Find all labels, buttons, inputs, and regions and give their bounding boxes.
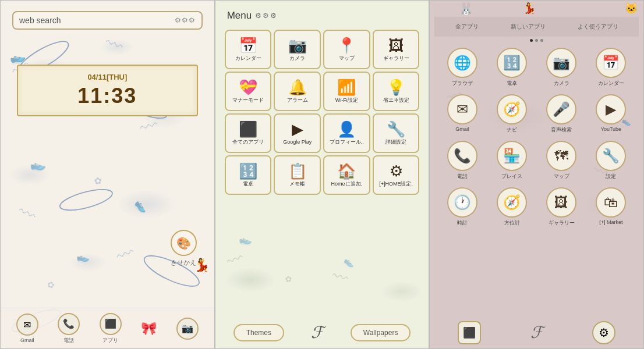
s3-compass[interactable]: 🧭 方位計 xyxy=(489,187,535,227)
s3-voice-icon: 🎤 xyxy=(546,94,576,124)
app-home-settings[interactable]: ⚙ [+]HOME設定. xyxy=(373,155,420,195)
dot-3 xyxy=(540,39,543,42)
app-grid-row1: 🌐 ブラウザ 🔢 電卓 📷 カメラ 📅 カレンダー xyxy=(434,44,639,91)
clock-time: 11:33 xyxy=(29,84,186,108)
applist-screen: 〰 〰 ✿ 👟 🐰 💃 🐱 全アプリ 新しいアプリ よく使うアプリ 🌐 ブラウザ xyxy=(429,0,644,349)
s3-voice[interactable]: 🎤 音声検索 xyxy=(539,94,585,134)
tab-all-apps[interactable]: 全アプリ xyxy=(451,20,483,33)
calendar-label: カレンダー xyxy=(235,55,261,62)
s3-compass-label: 方位計 xyxy=(504,219,520,227)
calendar-icon: 📅 xyxy=(239,38,257,53)
profile-icon: 👤 xyxy=(337,122,356,137)
search-text: web search xyxy=(19,16,61,25)
app-calendar[interactable]: 📅 カレンダー xyxy=(225,30,272,69)
menu-screen: 〰 〰 👟 👟 ✿ Menu ⚙⚙⚙ 📅 カレンダー 📷 カメラ 📍 マップ xyxy=(215,0,430,349)
app-all-apps[interactable]: ⬛ 全てのアプリ xyxy=(225,113,272,153)
s3-camera-label: カメラ xyxy=(554,80,569,87)
s3-calendar[interactable]: 📅 カレンダー xyxy=(588,48,634,87)
s3-navi-label: ナビ xyxy=(507,126,517,134)
page-dots xyxy=(434,37,639,44)
app-tabs: 全アプリ 新しいアプリ よく使うアプリ xyxy=(434,17,639,37)
app-wifi[interactable]: 📶 Wi-Fi設定 xyxy=(323,72,370,111)
all-apps-label: 全てのアプリ xyxy=(232,139,264,145)
app-calc[interactable]: 🔢 電卓 xyxy=(225,155,272,195)
app-power[interactable]: 💡 省エネ設定 xyxy=(373,72,420,111)
search-gear-icons: ⚙⚙⚙ xyxy=(175,16,196,24)
s3-clock[interactable]: 🕐 時計 xyxy=(439,187,485,227)
memo-label: メモ帳 xyxy=(289,181,305,187)
memo-icon: 📋 xyxy=(288,163,307,179)
s3-youtube-icon: ▶ xyxy=(596,94,626,124)
dot-1 xyxy=(530,39,533,42)
all-apps-icon: ⬛ xyxy=(239,122,257,137)
wallpapers-button[interactable]: Wallpapers xyxy=(351,324,411,341)
app-grid-row3: 📞 電話 🏪 プレイス 🗺 マップ 🔧 設定 xyxy=(434,137,639,184)
s3-gallery[interactable]: 🖼 ギャラリー xyxy=(539,187,585,227)
home-add-icon: 🏠 xyxy=(337,163,356,179)
app-grid-row4: 🕐 時計 🧭 方位計 🖼 ギャラリー 🛍 [+] Market xyxy=(434,184,639,230)
alarm-icon: 🔔 xyxy=(288,80,307,95)
alarm-label: アラーム xyxy=(287,97,308,104)
browser-icon: 🌐 xyxy=(447,48,477,78)
app-alarm[interactable]: 🔔 アラーム xyxy=(274,72,321,111)
app-manner[interactable]: 💝 マナーモード xyxy=(225,72,272,111)
dot-2 xyxy=(535,39,538,42)
search-bar[interactable]: web search ⚙⚙⚙ xyxy=(12,11,203,30)
s3-phone-icon: 📞 xyxy=(447,141,477,171)
s3-market-label: [+] Market xyxy=(599,219,622,225)
s3-gmail-label: Gmail xyxy=(455,126,469,132)
app-play[interactable]: ▶ Google Play xyxy=(274,113,321,153)
s3-compass-icon: 🧭 xyxy=(497,187,527,218)
s3-gallery-icon: 🖼 xyxy=(546,187,576,218)
s3-market[interactable]: 🛍 [+] Market xyxy=(588,187,634,227)
s3-map[interactable]: 🗺 マップ xyxy=(539,141,585,180)
s3-youtube[interactable]: ▶ YouTube xyxy=(588,94,634,134)
s3-navi[interactable]: 🧭 ナビ xyxy=(489,94,535,134)
kisekae-icon: 🎨 xyxy=(171,230,197,256)
app-settings[interactable]: 🔧 詳細設定 xyxy=(373,113,420,153)
s3-camera[interactable]: 📷 カメラ xyxy=(539,48,585,87)
themes-button[interactable]: Themes xyxy=(233,324,284,341)
manner-label: マナーモード xyxy=(232,97,264,104)
tab-frequent-apps[interactable]: よく使うアプリ xyxy=(573,20,623,33)
s3-clock-label: 時計 xyxy=(457,219,468,227)
kisekae-button[interactable]: 🎨 きせかえ xyxy=(171,230,197,267)
settings-icon: 🔧 xyxy=(387,122,405,137)
settings-label: 詳細設定 xyxy=(385,139,406,145)
app-camera[interactable]: 📷 カメラ xyxy=(274,30,321,69)
home-settings-icon: ⚙ xyxy=(390,163,403,179)
s3-calendar-label: カレンダー xyxy=(598,80,624,87)
app-memo[interactable]: 📋 メモ帳 xyxy=(274,155,321,195)
app-grid: 📅 カレンダー 📷 カメラ 📍 マップ 🖼 ギャラリー 💝 マナーモード 🔔 xyxy=(220,27,424,197)
app-gallery[interactable]: 🖼 ギャラリー xyxy=(373,30,420,69)
app-home-add[interactable]: 🏠 Homeに追加. xyxy=(323,155,370,195)
s3-calc[interactable]: 🔢 電卓 xyxy=(489,48,535,87)
clock-widget: 04/11[THU] 11:33 xyxy=(17,65,198,116)
app-profile[interactable]: 👤 プロフィール.. xyxy=(323,113,370,153)
calc-label: 電卓 xyxy=(243,181,253,187)
calc-icon: 🔢 xyxy=(239,163,257,179)
s3-gmail-icon: ✉ xyxy=(447,94,477,124)
s3-navi-icon: 🧭 xyxy=(497,94,527,124)
s3-gmail[interactable]: ✉ Gmail xyxy=(439,94,485,134)
s3-voice-label: 音声検索 xyxy=(551,126,572,134)
app-map[interactable]: 📍 マップ xyxy=(323,30,370,69)
s3-map-icon: 🗺 xyxy=(546,141,576,171)
wifi-icon: 📶 xyxy=(337,80,356,95)
menu-bottom: Themes ℱ Wallpapers xyxy=(215,316,429,348)
s3-settings-label: 設定 xyxy=(606,173,616,180)
s3-phone[interactable]: 📞 電話 xyxy=(439,141,485,180)
s3-calc-label: 電卓 xyxy=(507,80,517,87)
s3-place[interactable]: 🏪 プレイス xyxy=(489,141,535,180)
s3-browser[interactable]: 🌐 ブラウザ xyxy=(439,48,485,87)
s3-settings[interactable]: 🔧 設定 xyxy=(588,141,634,180)
play-label: Google Play xyxy=(283,139,312,145)
clock-date: 04/11[THU] xyxy=(29,73,186,81)
s3-youtube-label: YouTube xyxy=(601,126,621,132)
menu-gear-icons: ⚙⚙⚙ xyxy=(255,12,278,20)
home-settings-label: [+]HOME設定. xyxy=(379,181,413,187)
s3-gallery-label: ギャラリー xyxy=(549,219,575,227)
gallery-label: ギャラリー xyxy=(383,55,409,62)
home-add-label: Homeに追加. xyxy=(331,181,363,187)
tab-new-apps[interactable]: 新しいアプリ xyxy=(506,20,550,33)
